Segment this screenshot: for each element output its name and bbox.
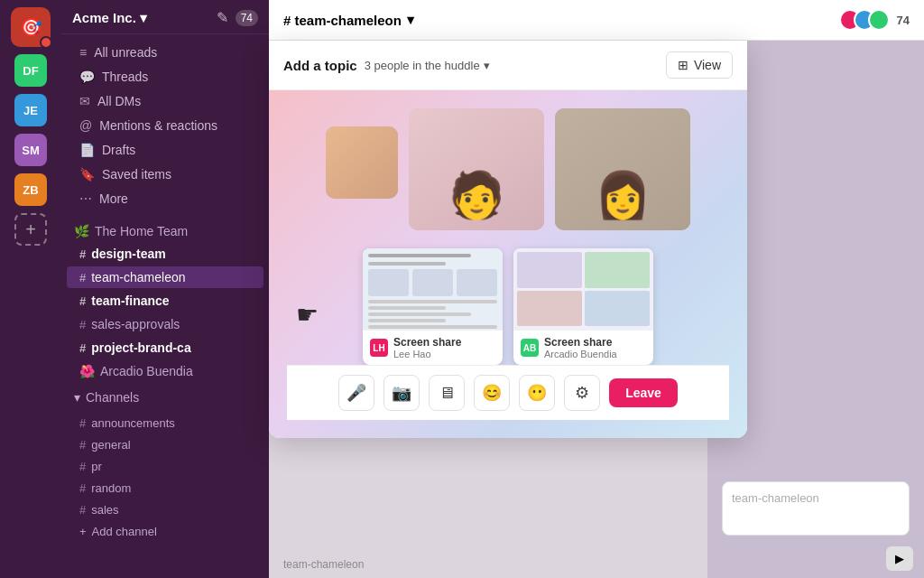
screen-share-avatar-1: LH bbox=[370, 339, 388, 357]
screen-share-info-1: Screen share Lee Hao bbox=[393, 336, 461, 359]
nav-mentions[interactable]: @ Mentions & reactions bbox=[67, 114, 263, 137]
screen-share-row: LH Screen share Lee Hao bbox=[287, 248, 729, 365]
view-button[interactable]: ⊞ View bbox=[666, 51, 733, 79]
drafts-icon: 📄 bbox=[79, 143, 95, 157]
participant-thumbnail-2: 🧑 bbox=[409, 108, 544, 230]
screen-share-label-1: Screen share bbox=[393, 336, 461, 349]
screen-share-info-2: Screen share Arcadio Buendia bbox=[544, 336, 617, 359]
left-rail: 🎯 DF JE SM ZB + bbox=[0, 0, 61, 578]
header-right: 74 bbox=[843, 9, 910, 31]
send-button[interactable]: ▶ bbox=[886, 546, 913, 571]
dm-avatar-icon: 🌺 bbox=[79, 364, 95, 378]
send-icon: ▶ bbox=[895, 552, 904, 565]
more-icon: ⋯ bbox=[79, 191, 92, 206]
workspace-name[interactable]: Acme Inc. ▾ bbox=[72, 10, 147, 26]
dms-icon: ✉ bbox=[79, 94, 90, 108]
dm-arcadio[interactable]: 🌺 Arcadio Buendia bbox=[67, 360, 263, 382]
hash-icon: # bbox=[79, 416, 86, 430]
hash-icon: # bbox=[79, 503, 86, 517]
grid-icon: ⊞ bbox=[678, 58, 688, 72]
nav-saved[interactable]: 🔖 Saved items bbox=[67, 163, 263, 186]
channel-title: # team-chameleon ▾ bbox=[283, 12, 414, 28]
channel-project-brand[interactable]: # project-brand-ca bbox=[67, 337, 263, 359]
screen-share-label-2: Screen share bbox=[544, 336, 617, 349]
channel-random[interactable]: # random bbox=[67, 478, 263, 499]
huddle-header-left: Add a topic 3 people in the huddle ▾ bbox=[283, 58, 490, 73]
channel-sales[interactable]: # sales bbox=[67, 499, 263, 520]
settings-icon: ⚙ bbox=[575, 383, 589, 403]
hash-icon: # bbox=[79, 294, 86, 308]
face-icon: 😶 bbox=[527, 383, 547, 403]
hash-icon: # bbox=[79, 318, 86, 331]
avatar-df[interactable]: DF bbox=[14, 54, 47, 87]
channel-chevron[interactable]: ▾ bbox=[407, 12, 414, 28]
edit-icon[interactable]: ✎ bbox=[217, 9, 228, 26]
add-channel-button[interactable]: + Add channel bbox=[67, 521, 263, 542]
sidebar-header: Acme Inc. ▾ ✎ 74 bbox=[61, 0, 269, 34]
avatar-zb[interactable]: ZB bbox=[14, 173, 47, 206]
participant-thumbnail-1 bbox=[326, 126, 398, 199]
screen-share-card-2[interactable]: AB Screen share Arcadio Buendia bbox=[513, 248, 653, 365]
avatar-sm[interactable]: SM bbox=[14, 134, 47, 166]
screen-share-button[interactable]: 🖥 bbox=[429, 375, 465, 411]
channel-sales-approvals[interactable]: # sales-approvals bbox=[67, 313, 263, 335]
main-header: # team-chameleon ▾ 74 bbox=[269, 0, 924, 41]
emoji-icon: 😊 bbox=[482, 383, 502, 403]
video-button[interactable]: 📷 bbox=[383, 375, 420, 411]
channel-design-team[interactable]: # design-team bbox=[67, 243, 263, 265]
hash-icon: # bbox=[79, 460, 86, 473]
input-placeholder: team-chameleon bbox=[732, 491, 819, 505]
leave-button[interactable]: Leave bbox=[609, 378, 678, 407]
channels-section-header[interactable]: ▾ Channels bbox=[61, 383, 269, 408]
screen-share-avatar-2: AB bbox=[521, 339, 539, 357]
home-team-section[interactable]: 🌿 The Home Team bbox=[61, 217, 269, 242]
screen-preview-1 bbox=[363, 248, 503, 330]
settings-button[interactable]: ⚙ bbox=[564, 375, 600, 411]
channel-label-bottom: team-chameleon bbox=[283, 558, 364, 571]
hash-icon: # bbox=[79, 247, 86, 261]
screen-icon: 🖥 bbox=[439, 384, 455, 403]
workspace-emoji: 🎯 bbox=[20, 16, 42, 38]
hash-icon: # bbox=[79, 341, 86, 355]
avatar-je[interactable]: JE bbox=[14, 94, 47, 126]
nav-more[interactable]: ⋯ More bbox=[67, 187, 263, 210]
hash-icon: # bbox=[79, 271, 86, 284]
unreads-icon: ≡ bbox=[79, 45, 87, 60]
message-input[interactable]: team-chameleon bbox=[722, 481, 910, 536]
sidebar: Acme Inc. ▾ ✎ 74 ≡ All unreads 💬 Threads… bbox=[61, 0, 269, 578]
nav-all-unreads[interactable]: ≡ All unreads bbox=[67, 41, 263, 64]
participant-thumbnail-3: 👩 bbox=[555, 108, 690, 230]
mic-button[interactable]: 🎤 bbox=[338, 375, 374, 411]
avatar-count-header: 74 bbox=[897, 14, 910, 27]
participant-face-1 bbox=[326, 126, 398, 199]
channel-pr[interactable]: # pr bbox=[67, 456, 263, 477]
channel-general[interactable]: # general bbox=[67, 434, 263, 455]
workspace-icon[interactable]: 🎯 bbox=[11, 7, 51, 47]
screen-share-card-1[interactable]: LH Screen share Lee Hao bbox=[363, 248, 503, 365]
sidebar-header-icons: ✎ 74 bbox=[217, 9, 258, 26]
nav-drafts[interactable]: 📄 Drafts bbox=[67, 138, 263, 162]
nav-threads[interactable]: 💬 Threads bbox=[67, 65, 263, 89]
huddle-header-right: ⊞ View bbox=[666, 51, 733, 79]
emoji-button[interactable]: 😊 bbox=[474, 375, 510, 411]
send-area: ▶ bbox=[715, 543, 917, 571]
header-avatars[interactable] bbox=[843, 9, 890, 31]
screen-share-footer-1: LH Screen share Lee Hao bbox=[363, 330, 503, 365]
nav-all-dms[interactable]: ✉ All DMs bbox=[67, 89, 263, 113]
hash-icon: # bbox=[79, 481, 86, 495]
people-chevron: ▾ bbox=[484, 59, 490, 72]
add-workspace-button[interactable]: + bbox=[14, 213, 47, 246]
video-row: 🧑 👩 bbox=[287, 108, 729, 230]
channel-team-chameleon[interactable]: # team-chameleon bbox=[67, 266, 263, 288]
add-topic-label[interactable]: Add a topic bbox=[283, 58, 357, 73]
channel-team-finance[interactable]: # team-finance bbox=[67, 290, 263, 312]
face-button[interactable]: 😶 bbox=[519, 375, 555, 411]
huddle-toolbar: 🎤 📷 🖥 😊 😶 ⚙ bbox=[287, 365, 729, 420]
home-team-icon: 🌿 bbox=[74, 224, 89, 238]
huddle-header: Add a topic 3 people in the huddle ▾ ⊞ V… bbox=[269, 41, 747, 90]
mentions-icon: @ bbox=[79, 118, 92, 133]
channel-announcements[interactable]: # announcements bbox=[67, 413, 263, 434]
video-icon: 📷 bbox=[392, 383, 411, 403]
hash-icon: # bbox=[79, 438, 86, 452]
huddle-people-count[interactable]: 3 people in the huddle ▾ bbox=[365, 59, 490, 72]
